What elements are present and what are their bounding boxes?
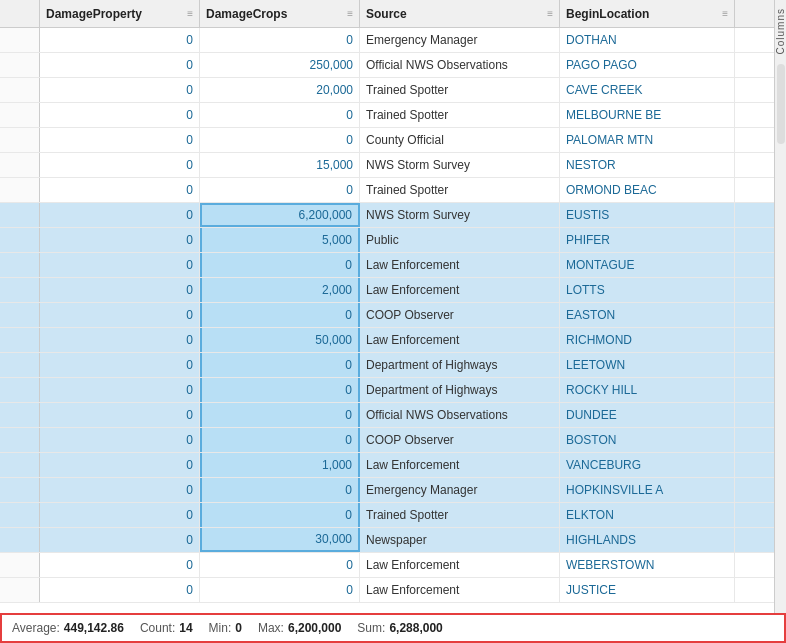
col-header-damage-crops[interactable]: DamageCrops ≡	[200, 0, 360, 27]
source-cell: NWS Storm Survey	[360, 153, 560, 177]
table-row[interactable]: 00Emergency ManagerHOPKINSVILLE A	[0, 478, 774, 503]
source-cell: Law Enforcement	[360, 453, 560, 477]
table-row[interactable]: 00Law EnforcementJUSTICE	[0, 578, 774, 603]
row-num-cell	[0, 278, 40, 302]
table-row[interactable]: 01,000Law EnforcementVANCEBURG	[0, 453, 774, 478]
table-row[interactable]: 00COOP ObserverBOSTON	[0, 428, 774, 453]
col-header-begin-location[interactable]: BeginLocation ≡	[560, 0, 735, 27]
col-label-source: Source	[366, 7, 407, 21]
table-row[interactable]: 00Department of HighwaysROCKY HILL	[0, 378, 774, 403]
columns-label: Columns	[775, 8, 786, 54]
sum-value: 6,288,000	[389, 621, 442, 635]
damage-property-cell: 0	[40, 503, 200, 527]
damage-crops-cell: 0	[200, 103, 360, 127]
col-label-damage-crops: DamageCrops	[206, 7, 287, 21]
table-row[interactable]: 050,000Law EnforcementRICHMOND	[0, 328, 774, 353]
damage-crops-cell: 0	[200, 353, 360, 377]
source-cell: Emergency Manager	[360, 28, 560, 52]
begin-location-cell: HIGHLANDS	[560, 528, 735, 552]
damage-property-cell: 0	[40, 578, 200, 602]
row-num-cell	[0, 128, 40, 152]
row-num-cell	[0, 453, 40, 477]
damage-crops-cell: 30,000	[200, 528, 360, 552]
table-row[interactable]: 00Department of HighwaysLEETOWN	[0, 353, 774, 378]
source-cell: Department of Highways	[360, 378, 560, 402]
damage-crops-cell: 0	[200, 478, 360, 502]
damage-property-cell: 0	[40, 553, 200, 577]
row-num-cell	[0, 78, 40, 102]
source-cell: Emergency Manager	[360, 478, 560, 502]
begin-location-cell: ELKTON	[560, 503, 735, 527]
damage-crops-cell: 0	[200, 303, 360, 327]
table-row[interactable]: 015,000NWS Storm SurveyNESTOR	[0, 153, 774, 178]
row-num-cell	[0, 103, 40, 127]
table-row[interactable]: 00Trained SpotterELKTON	[0, 503, 774, 528]
max-value: 6,200,000	[288, 621, 341, 635]
table-row[interactable]: 00Emergency ManagerDOTHAN	[0, 28, 774, 53]
damage-property-cell: 0	[40, 153, 200, 177]
table-row[interactable]: 00COOP ObserverEASTON	[0, 303, 774, 328]
damage-crops-cell: 50,000	[200, 328, 360, 352]
table-row[interactable]: 030,000NewspaperHIGHLANDS	[0, 528, 774, 553]
source-cell: Law Enforcement	[360, 578, 560, 602]
resize-handle-source[interactable]: ≡	[543, 8, 553, 19]
begin-location-cell: BOSTON	[560, 428, 735, 452]
source-cell: Department of Highways	[360, 353, 560, 377]
table-row[interactable]: 00Trained SpotterMELBOURNE BE	[0, 103, 774, 128]
row-num-cell	[0, 428, 40, 452]
resize-handle-damage-crops[interactable]: ≡	[343, 8, 353, 19]
begin-location-cell: EASTON	[560, 303, 735, 327]
row-num-cell	[0, 178, 40, 202]
count-value: 14	[179, 621, 192, 635]
damage-property-cell: 0	[40, 478, 200, 502]
begin-location-cell: VANCEBURG	[560, 453, 735, 477]
begin-location-cell: PALOMAR MTN	[560, 128, 735, 152]
begin-location-cell: DUNDEE	[560, 403, 735, 427]
col-header-source[interactable]: Source ≡	[360, 0, 560, 27]
resize-handle-begin-location[interactable]: ≡	[718, 8, 728, 19]
begin-location-cell: ROCKY HILL	[560, 378, 735, 402]
source-cell: Trained Spotter	[360, 78, 560, 102]
row-num-cell	[0, 303, 40, 327]
source-cell: Trained Spotter	[360, 103, 560, 127]
table-row[interactable]: 06,200,000NWS Storm SurveyEUSTIS	[0, 203, 774, 228]
table-row[interactable]: 020,000Trained SpotterCAVE CREEK	[0, 78, 774, 103]
table-row[interactable]: 00Law EnforcementWEBERSTOWN	[0, 553, 774, 578]
table-row[interactable]: 00Official NWS ObservationsDUNDEE	[0, 403, 774, 428]
row-num-header	[0, 0, 40, 27]
grid-body[interactable]: 00Emergency ManagerDOTHAN0250,000Officia…	[0, 28, 774, 613]
row-num-cell	[0, 528, 40, 552]
begin-location-cell: MONTAGUE	[560, 253, 735, 277]
begin-location-cell: LEETOWN	[560, 353, 735, 377]
average-value: 449,142.86	[64, 621, 124, 635]
damage-crops-cell: 20,000	[200, 78, 360, 102]
table-row[interactable]: 05,000PublicPHIFER	[0, 228, 774, 253]
damage-crops-cell: 0	[200, 128, 360, 152]
average-label: Average:	[12, 621, 60, 635]
damage-property-cell: 0	[40, 353, 200, 377]
min-label: Min:	[209, 621, 232, 635]
row-num-cell	[0, 228, 40, 252]
source-cell: Law Enforcement	[360, 328, 560, 352]
begin-location-cell: CAVE CREEK	[560, 78, 735, 102]
begin-location-cell: EUSTIS	[560, 203, 735, 227]
table-row[interactable]: 02,000Law EnforcementLOTTS	[0, 278, 774, 303]
col-label-begin-location: BeginLocation	[566, 7, 649, 21]
source-cell: Law Enforcement	[360, 253, 560, 277]
table-row[interactable]: 0250,000Official NWS ObservationsPAGO PA…	[0, 53, 774, 78]
table-row[interactable]: 00Trained SpotterORMOND BEAC	[0, 178, 774, 203]
damage-crops-cell: 2,000	[200, 278, 360, 302]
row-num-cell	[0, 153, 40, 177]
resize-handle-damage-property[interactable]: ≡	[183, 8, 193, 19]
table-row[interactable]: 00County OfficialPALOMAR MTN	[0, 128, 774, 153]
source-cell: Law Enforcement	[360, 553, 560, 577]
table-row[interactable]: 00Law EnforcementMONTAGUE	[0, 253, 774, 278]
damage-crops-cell: 0	[200, 253, 360, 277]
scrollbar-track[interactable]	[777, 64, 785, 144]
damage-crops-cell: 0	[200, 178, 360, 202]
begin-location-cell: NESTOR	[560, 153, 735, 177]
damage-property-cell: 0	[40, 453, 200, 477]
damage-property-cell: 0	[40, 228, 200, 252]
begin-location-cell: MELBOURNE BE	[560, 103, 735, 127]
col-header-damage-property[interactable]: DamageProperty ≡	[40, 0, 200, 27]
